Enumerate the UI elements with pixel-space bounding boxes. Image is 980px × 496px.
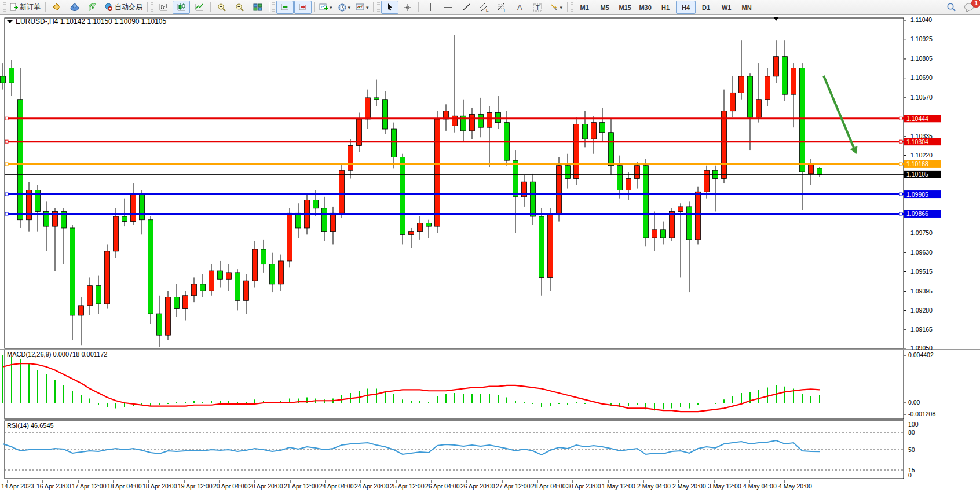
new-order-button[interactable]: 新订单 <box>7 1 43 14</box>
dropdown-caret: ▾ <box>330 5 332 10</box>
fibonacci-button[interactable]: F <box>493 1 511 14</box>
svg-text:-0.001208: -0.001208 <box>908 410 935 417</box>
svg-text:1.09750: 1.09750 <box>910 229 933 236</box>
dropdown-caret: ▾ <box>560 5 563 10</box>
svg-text:4 May 20:00: 4 May 20:00 <box>778 483 812 490</box>
arrows-icon <box>550 3 559 12</box>
line-chart-button[interactable] <box>191 1 208 14</box>
cursor-icon <box>386 3 394 12</box>
svg-text:25 Apr 12:00: 25 Apr 12:00 <box>390 483 425 490</box>
panel-frames <box>0 16 980 496</box>
chart-shift-button[interactable] <box>294 1 312 14</box>
market-button[interactable] <box>48 1 65 14</box>
svg-text:17 Apr 12:00: 17 Apr 12:00 <box>72 483 107 490</box>
periods-button[interactable]: ▾ <box>335 1 353 14</box>
svg-text:1.10925: 1.10925 <box>910 35 933 42</box>
auto-scroll-button[interactable] <box>276 1 294 14</box>
tf-m15-button[interactable]: M15 <box>615 1 635 14</box>
clock-icon <box>338 3 347 12</box>
svg-text:0: 0 <box>908 472 912 479</box>
indicators-button[interactable]: ▾ <box>317 1 335 14</box>
text-button[interactable]: A <box>511 1 529 14</box>
chart-shift-icon <box>298 3 308 12</box>
toolbar-grip[interactable] <box>571 2 573 13</box>
svg-text:1.09866: 1.09866 <box>906 210 928 217</box>
zoom-out-button[interactable] <box>231 1 248 14</box>
svg-text:A: A <box>517 3 522 12</box>
svg-text:20 Apr 04:00: 20 Apr 04:00 <box>213 483 248 490</box>
time-axis[interactable]: 14 Apr 202316 Apr 23:0017 Apr 12:0018 Ap… <box>1 480 812 490</box>
svg-text:80: 80 <box>908 429 915 436</box>
svg-text:1.09515: 1.09515 <box>910 268 933 275</box>
tile-windows-icon <box>253 3 262 12</box>
autotrade-icon <box>104 3 113 12</box>
rsi-label: RSI(14) 46.6545 <box>7 422 54 429</box>
svg-text:1.10220: 1.10220 <box>910 152 933 159</box>
toolbar-grip[interactable] <box>3 2 6 13</box>
crosshair-button[interactable] <box>399 1 416 14</box>
tf-m30-button[interactable]: M30 <box>635 1 655 14</box>
horizontal-line-button[interactable] <box>440 1 457 14</box>
bar-chart-icon <box>159 3 168 12</box>
chart-canvas[interactable]: 0.0044020.00-0.001208 1008050150 1.10444… <box>0 16 980 496</box>
templates-button[interactable]: ▾ <box>353 1 371 14</box>
toolbar-grip[interactable] <box>151 2 153 13</box>
tf-h1-button[interactable]: H1 <box>656 1 675 14</box>
trendline-icon <box>462 3 471 12</box>
svg-text:100: 100 <box>908 421 919 428</box>
vertical-line-icon <box>427 3 434 12</box>
vertical-line-button[interactable] <box>422 1 439 14</box>
svg-text:1.09050: 1.09050 <box>910 344 933 351</box>
trendline-button[interactable] <box>458 1 475 14</box>
svg-text:19 Apr 12:00: 19 Apr 12:00 <box>178 483 213 490</box>
svg-text:21 Apr 12:00: 21 Apr 12:00 <box>284 483 319 490</box>
candlestick-icon <box>177 3 186 12</box>
bar-chart-button[interactable] <box>155 1 172 14</box>
svg-text:28 Apr 04:00: 28 Apr 04:00 <box>531 483 566 490</box>
main-toolbar: 新订单 自动交易 ▾ ▾ <box>0 0 980 15</box>
text-label-icon: T <box>533 3 543 12</box>
crosshair-icon <box>403 3 412 12</box>
zoom-in-icon <box>217 3 226 12</box>
dropdown-caret: ▾ <box>366 5 369 10</box>
text-label-button[interactable]: T <box>529 1 547 14</box>
arrows-button[interactable]: ▾ <box>547 1 565 14</box>
indicators-icon <box>319 3 328 12</box>
candlestick-button[interactable] <box>173 1 190 14</box>
chart-window: 0.0044020.00-0.001208 1008050150 1.10444… <box>0 15 980 496</box>
svg-text:14 Apr 2023: 14 Apr 2023 <box>1 483 34 490</box>
svg-text:1.11040: 1.11040 <box>910 16 932 23</box>
toolbar-grip[interactable] <box>272 2 275 13</box>
macd-label: MACD(12,26,9) 0.000718 0.001172 <box>7 351 107 358</box>
separator <box>417 1 421 13</box>
tf-d1-button[interactable]: D1 <box>696 1 716 14</box>
toolbar-grip[interactable] <box>377 2 380 13</box>
signals-button[interactable] <box>84 1 101 14</box>
tf-h4-button[interactable]: H4 <box>676 1 696 14</box>
svg-text:3 May 12:00: 3 May 12:00 <box>708 483 741 490</box>
autotrade-button[interactable]: 自动交易 <box>102 1 145 14</box>
tf-w1-button[interactable]: W1 <box>716 1 736 14</box>
channel-icon: E <box>479 3 489 12</box>
svg-text:1.10335: 1.10335 <box>910 133 933 139</box>
svg-text:18 Apr 20:00: 18 Apr 20:00 <box>142 483 177 490</box>
notification-badge: 1 <box>971 0 980 8</box>
svg-text:1 May 12:00: 1 May 12:00 <box>602 483 635 490</box>
search-button[interactable] <box>942 1 960 14</box>
tf-m5-button[interactable]: M5 <box>595 1 615 14</box>
svg-text:0.00: 0.00 <box>908 399 920 406</box>
tf-mn-button[interactable]: MN <box>737 1 756 14</box>
horizontal-line-icon <box>444 3 453 12</box>
signals-icon <box>89 3 97 12</box>
svg-text:1.10690: 1.10690 <box>910 74 933 81</box>
cursor-button[interactable] <box>381 1 398 14</box>
svg-text:24 Apr 04:00: 24 Apr 04:00 <box>319 483 354 490</box>
chat-button[interactable]: 1 <box>960 1 978 14</box>
svg-text:E: E <box>486 8 489 12</box>
search-icon <box>946 2 956 12</box>
equidistant-channel-button[interactable]: E <box>476 1 493 14</box>
tf-m1-button[interactable]: M1 <box>575 1 594 14</box>
tile-windows-button[interactable] <box>249 1 266 14</box>
zoom-in-button[interactable] <box>213 1 231 14</box>
community-button[interactable] <box>66 1 83 14</box>
